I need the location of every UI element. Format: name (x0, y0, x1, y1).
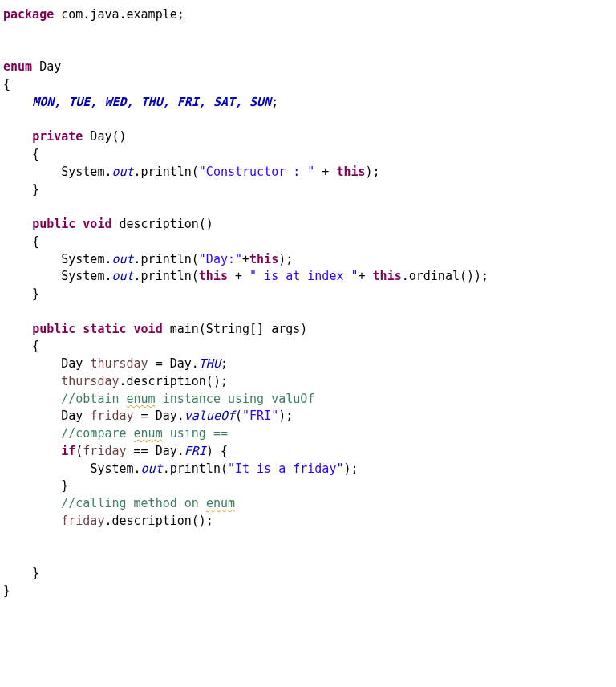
kw-void: void (75, 217, 111, 231)
println: .println( (134, 269, 199, 283)
var-friday: friday (83, 444, 126, 458)
stmt-end: ); (343, 461, 358, 476)
op-plus: + (242, 252, 249, 266)
kw-if: if (61, 444, 75, 458)
string-literal: "FRI" (242, 409, 278, 423)
comment: //calling method on enum (61, 496, 235, 510)
brace: ) { (206, 444, 228, 458)
type-day: Day (61, 356, 90, 371)
ordinal-call: .ordinal()); (402, 269, 488, 283)
stmt-end: ); (366, 165, 380, 179)
comment: //compare enum using == (61, 426, 228, 441)
stmt-end: ); (278, 409, 293, 423)
type-day: Day (61, 409, 90, 423)
kw-public: public (32, 322, 75, 336)
stmt-end: ); (278, 252, 293, 266)
assign: = Day. (148, 356, 199, 371)
op-plus: + (314, 165, 336, 179)
out-field: out (141, 461, 163, 476)
sys: System. (61, 165, 111, 179)
stmt-end: ; (221, 356, 228, 371)
typo-enum: enum (134, 426, 163, 441)
valueof: valueOf (184, 409, 235, 423)
op-plus: + (359, 269, 373, 283)
assign: = Day. (134, 409, 184, 423)
out-field: out (111, 252, 133, 266)
kw-this: this (249, 252, 278, 266)
var-friday: friday (90, 409, 133, 423)
paren: ( (235, 409, 242, 423)
typo-enum: enum (206, 496, 235, 510)
typo-enum: enum (127, 392, 156, 406)
string-literal: "Constructor : " (199, 165, 315, 179)
kw-static: static (75, 322, 126, 336)
out-field: out (111, 165, 133, 179)
var-thursday: thursday (90, 356, 148, 371)
var-friday: friday (61, 514, 104, 528)
sys: System. (61, 269, 111, 283)
string-literal: "It is a friday" (228, 461, 344, 476)
enum-thu: THU (199, 356, 221, 371)
package-name: com.java.example; (54, 7, 184, 22)
kw-private: private (32, 129, 83, 144)
kw-package: package (3, 7, 54, 22)
out-field: out (111, 269, 133, 283)
enum-name: Day (32, 59, 61, 74)
comment: //obtain enum instance using valuOf (61, 392, 314, 406)
println: .println( (134, 252, 199, 266)
desc-call: .description(); (104, 514, 213, 528)
op-plus: + (228, 269, 249, 283)
ctor-name: Day() (83, 129, 126, 144)
string-literal: " is at index " (249, 269, 358, 283)
kw-public: public (32, 217, 75, 231)
sys: System. (61, 252, 111, 266)
sys: System. (90, 461, 140, 476)
paren: ( (75, 444, 83, 458)
string-literal: "Day:" (199, 252, 242, 266)
kw-enum: enum (3, 59, 32, 74)
enum-constants: MON, TUE, WED, THU, FRI, SAT, SUN (32, 95, 271, 109)
kw-void: void (127, 322, 163, 336)
kw-this: this (373, 269, 402, 283)
code-block: package com.java.example; enum Day { MON… (3, 6, 610, 600)
println: .println( (163, 461, 228, 476)
var-thursday: thursday (61, 374, 119, 388)
main-name: main(String[] args) (163, 322, 308, 336)
kw-this: this (199, 269, 228, 283)
enum-fri: FRI (184, 444, 206, 458)
kw-this: this (336, 165, 365, 179)
println: .println( (134, 165, 199, 179)
desc-call: .description(); (120, 374, 228, 388)
method-name: description() (111, 217, 213, 231)
eq: == Day. (127, 444, 184, 458)
